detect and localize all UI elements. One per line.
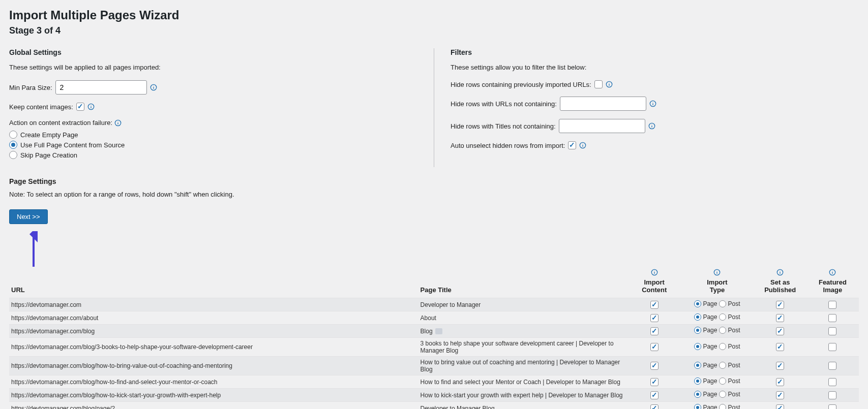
- info-icon[interactable]: [87, 103, 95, 110]
- action-radio-row: Create Empty Page: [9, 131, 417, 139]
- type-page-radio[interactable]: [694, 404, 701, 409]
- type-page-radio[interactable]: [694, 362, 701, 369]
- page-subtitle: Stage 3 of 4: [9, 25, 859, 36]
- featured-checkbox[interactable]: [828, 314, 836, 322]
- import-checkbox[interactable]: [650, 301, 659, 309]
- import-checkbox[interactable]: [650, 327, 659, 335]
- import-checkbox[interactable]: [650, 343, 659, 351]
- type-page-label: Page: [703, 362, 717, 369]
- featured-checkbox[interactable]: [828, 327, 836, 335]
- published-checkbox[interactable]: [776, 391, 784, 399]
- import-cell: [628, 357, 680, 375]
- info-icon[interactable]: [606, 81, 613, 88]
- min-para-input[interactable]: [55, 80, 147, 95]
- import-cell: [628, 298, 680, 311]
- col-title-header: Page Title: [418, 267, 628, 298]
- type-post-radio[interactable]: [719, 391, 726, 398]
- svg-point-11: [609, 83, 609, 83]
- hide-titles-label: Hide rows with Titles not containing:: [451, 122, 556, 130]
- svg-point-31: [780, 271, 781, 271]
- type-post-label: Post: [728, 404, 740, 409]
- import-checkbox[interactable]: [650, 362, 659, 370]
- published-checkbox[interactable]: [776, 301, 784, 309]
- import-cell: [628, 325, 680, 338]
- type-page-radio[interactable]: [694, 313, 701, 321]
- url-cell: https://devtomanager.com/about: [9, 311, 418, 325]
- action-radio[interactable]: [9, 141, 17, 149]
- title-cell: Blog: [418, 325, 628, 338]
- featured-checkbox[interactable]: [828, 343, 836, 351]
- type-post-radio[interactable]: [719, 313, 726, 321]
- import-checkbox[interactable]: [650, 314, 659, 322]
- published-checkbox[interactable]: [776, 362, 784, 370]
- type-post-label: Post: [728, 343, 740, 350]
- action-radio[interactable]: [9, 131, 17, 139]
- action-on-failure-group: Action on content extraction failure: Cr…: [9, 119, 417, 159]
- type-page-radio[interactable]: [694, 343, 701, 350]
- type-page-radio[interactable]: [694, 327, 701, 334]
- action-radio[interactable]: [9, 151, 17, 159]
- featured-checkbox[interactable]: [828, 301, 836, 309]
- featured-checkbox[interactable]: [828, 391, 836, 399]
- action-radio-label: Create Empty Page: [20, 131, 78, 139]
- type-post-radio[interactable]: [719, 404, 726, 409]
- published-cell: [754, 325, 806, 338]
- info-icon[interactable]: [713, 269, 721, 276]
- import-cell: [628, 389, 680, 402]
- type-cell: PagePost: [680, 375, 754, 389]
- featured-checkbox[interactable]: [828, 362, 836, 370]
- published-checkbox[interactable]: [776, 314, 784, 322]
- svg-point-17: [651, 124, 652, 125]
- published-cell: [754, 311, 806, 325]
- type-post-label: Post: [728, 362, 740, 369]
- type-page-radio[interactable]: [694, 300, 701, 307]
- table-row: https://devtomanager.com/blog/how-to-bri…: [9, 357, 859, 375]
- hide-urls-input[interactable]: [560, 97, 646, 111]
- type-post-radio[interactable]: [719, 327, 726, 334]
- import-cell: [628, 311, 680, 325]
- published-checkbox[interactable]: [776, 327, 784, 335]
- import-checkbox[interactable]: [650, 378, 659, 386]
- type-page-radio[interactable]: [694, 391, 701, 398]
- info-icon[interactable]: [651, 269, 658, 276]
- info-icon[interactable]: [114, 119, 122, 127]
- featured-cell: [806, 298, 859, 311]
- hide-prev-checkbox[interactable]: [594, 80, 603, 88]
- auto-unselect-checkbox[interactable]: [568, 141, 576, 149]
- import-checkbox[interactable]: [650, 404, 659, 410]
- keep-images-label: Keep content images:: [9, 103, 73, 111]
- page-title: Import Multiple Pages Wizard: [9, 8, 859, 22]
- info-icon[interactable]: [648, 122, 655, 130]
- table-row: https://devtomanager.com/blog/3-books-to…: [9, 338, 859, 357]
- filters-desc: These settings allow you to filter the l…: [451, 64, 859, 71]
- type-post-radio[interactable]: [719, 343, 726, 350]
- featured-cell: [806, 311, 859, 325]
- info-icon[interactable]: [150, 84, 157, 91]
- global-settings-panel: Global Settings These settings will be a…: [9, 48, 434, 167]
- info-icon[interactable]: [829, 269, 836, 276]
- annotation-arrow: [23, 231, 859, 267]
- published-checkbox[interactable]: [776, 404, 784, 410]
- page-settings-note: Note: To select an option for a range of…: [9, 191, 859, 198]
- svg-point-20: [583, 144, 583, 144]
- action-radio-label: Skip Page Creation: [20, 151, 77, 159]
- info-icon[interactable]: [579, 142, 586, 149]
- type-post-radio[interactable]: [719, 300, 726, 307]
- featured-cell: [806, 325, 859, 338]
- import-checkbox[interactable]: [650, 391, 659, 399]
- type-post-radio[interactable]: [719, 362, 726, 369]
- type-post-radio[interactable]: [719, 377, 726, 385]
- published-checkbox[interactable]: [776, 378, 784, 386]
- min-para-label: Min Para Size:: [9, 84, 52, 91]
- hide-titles-input[interactable]: [559, 119, 645, 133]
- type-post-label: Post: [728, 300, 740, 307]
- page-settings-heading: Page Settings: [9, 177, 859, 185]
- type-page-radio[interactable]: [694, 377, 701, 385]
- info-icon[interactable]: [776, 269, 784, 276]
- info-icon[interactable]: [649, 100, 656, 107]
- published-checkbox[interactable]: [776, 343, 784, 351]
- featured-checkbox[interactable]: [828, 378, 836, 386]
- keep-images-checkbox[interactable]: [76, 103, 84, 111]
- featured-checkbox[interactable]: [828, 404, 836, 410]
- next-button[interactable]: Next >>: [9, 209, 48, 224]
